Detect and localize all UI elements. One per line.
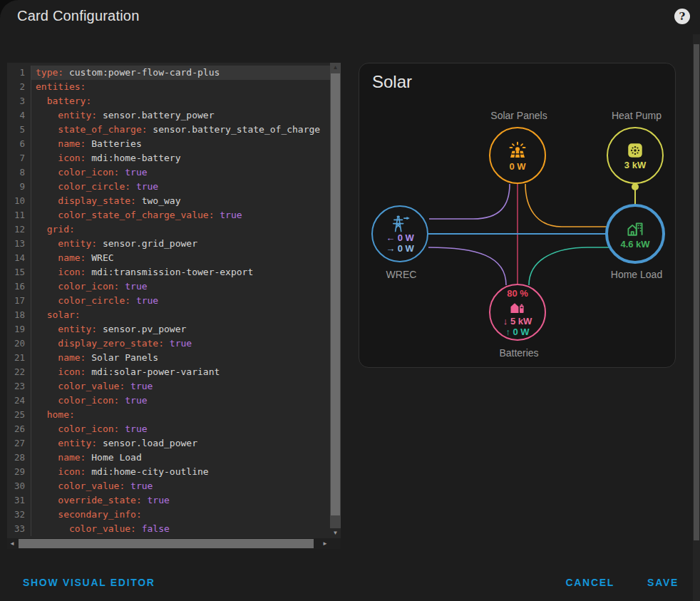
flow-solar-to-home bbox=[525, 184, 607, 227]
heat-pump-node[interactable]: Heat Pump 3 kW bbox=[607, 127, 664, 184]
yaml-editor[interactable]: 1type: custom:power-flow-card-plus2entit… bbox=[7, 63, 341, 549]
scroll-left-icon[interactable]: ◄ bbox=[7, 538, 17, 549]
scroll-down-icon[interactable]: ▼ bbox=[330, 528, 341, 538]
editor-hscroll-thumb[interactable] bbox=[19, 539, 314, 548]
editor-vertical-scrollbar[interactable]: ▲ ▼ bbox=[330, 63, 341, 538]
code-area[interactable]: 1type: custom:power-flow-card-plus2entit… bbox=[7, 63, 330, 538]
code-line[interactable]: 3 battery: bbox=[7, 94, 330, 108]
code-line[interactable]: 33 color_value: false bbox=[7, 522, 330, 536]
power-flow-card: Solar Solar Panels bbox=[359, 63, 676, 368]
code-line[interactable]: 9 color_circle: true bbox=[7, 180, 330, 194]
help-button[interactable]: ? bbox=[674, 9, 690, 24]
heatpump-flow-dot bbox=[632, 183, 639, 190]
code-text: solar: bbox=[31, 308, 330, 322]
line-number: 3 bbox=[7, 94, 31, 108]
dialog-scrollbar[interactable] bbox=[693, 34, 700, 601]
code-line[interactable]: 6 name: Batteries bbox=[7, 137, 330, 151]
code-line[interactable]: 11 color_state_of_charge_value: true bbox=[7, 208, 330, 222]
scroll-right-icon[interactable]: ► bbox=[320, 538, 330, 549]
home-label: Home Load bbox=[580, 269, 694, 280]
code-line[interactable]: 13 entity: sensor.grid_power bbox=[7, 237, 330, 251]
solar-power-icon bbox=[507, 140, 528, 161]
code-text: icon: mdi:home-battery bbox=[31, 151, 330, 165]
code-line[interactable]: 30 color_value: true bbox=[7, 479, 330, 493]
code-text: color_value: false bbox=[31, 522, 330, 536]
code-text: color_icon: true bbox=[31, 394, 330, 408]
line-number: 17 bbox=[7, 294, 31, 308]
heat-pump-icon bbox=[626, 141, 644, 160]
line-number: 13 bbox=[7, 237, 31, 251]
line-number: 24 bbox=[7, 394, 31, 408]
line-number: 30 bbox=[7, 479, 31, 493]
line-number: 9 bbox=[7, 180, 31, 194]
code-line[interactable]: 22 icon: mdi:solar-power-variant bbox=[7, 365, 330, 379]
card-title: Solar bbox=[372, 72, 412, 92]
code-text: entity: sensor.pv_power bbox=[31, 322, 330, 337]
code-text: color_circle: true bbox=[31, 294, 330, 308]
solar-node[interactable]: Solar Panels 0 W bbox=[489, 127, 546, 184]
code-text: color_value: true bbox=[31, 379, 330, 394]
line-number: 10 bbox=[7, 194, 31, 208]
code-line[interactable]: 31 override_state: true bbox=[7, 493, 330, 508]
code-line[interactable]: 10 display_state: two_way bbox=[7, 194, 330, 208]
code-text: home: bbox=[31, 408, 330, 422]
code-line[interactable]: 12 grid: bbox=[7, 222, 330, 237]
code-line[interactable]: 14 name: WREC bbox=[7, 251, 330, 265]
code-text: icon: mdi:home-city-outline bbox=[31, 465, 330, 479]
line-number: 32 bbox=[7, 508, 31, 522]
code-line[interactable]: 4 entity: sensor.battery_power bbox=[7, 108, 330, 123]
code-line[interactable]: 26 color_icon: true bbox=[7, 422, 330, 436]
code-line[interactable]: 15 icon: mdi:transmission-tower-export bbox=[7, 265, 330, 279]
code-line[interactable]: 18 solar: bbox=[7, 308, 330, 322]
code-line[interactable]: 32 secondary_info: bbox=[7, 508, 330, 522]
grid-node[interactable]: ← 0 W → 0 W WREC bbox=[371, 205, 428, 262]
line-number: 11 bbox=[7, 208, 31, 222]
save-button[interactable]: SAVE bbox=[647, 577, 679, 588]
code-line[interactable]: 29 icon: mdi:home-city-outline bbox=[7, 465, 330, 479]
heat-pump-state: 3 kW bbox=[624, 160, 646, 170]
code-line[interactable]: 2entities: bbox=[7, 80, 330, 94]
dialog-header: Card Configuration ? bbox=[0, 0, 700, 40]
editor-vscroll-thumb[interactable] bbox=[331, 73, 340, 515]
code-line[interactable]: 16 color_icon: true bbox=[7, 279, 330, 294]
code-line[interactable]: 20 display_zero_state: true bbox=[7, 337, 330, 351]
code-line[interactable]: 23 color_value: true bbox=[7, 379, 330, 394]
code-line[interactable]: 17 color_circle: true bbox=[7, 294, 330, 308]
code-text: type: custom:power-flow-card-plus bbox=[31, 66, 330, 80]
code-text: color_value: true bbox=[31, 479, 330, 493]
battery-discharge-state: ↑ 0 W bbox=[505, 327, 529, 337]
code-text: name: Home Load bbox=[31, 451, 330, 465]
code-text: entity: sensor.grid_power bbox=[31, 237, 330, 251]
battery-node[interactable]: 80 % ↓ 5 kW ↑ 0 W Batteries bbox=[489, 284, 546, 341]
flow-solar-to-grid bbox=[429, 184, 510, 219]
line-number: 15 bbox=[7, 265, 31, 279]
line-number: 20 bbox=[7, 337, 31, 351]
dialog-scrollbar-thumb[interactable] bbox=[694, 44, 699, 540]
code-line[interactable]: 1type: custom:power-flow-card-plus bbox=[7, 66, 330, 80]
scroll-up-icon[interactable]: ▲ bbox=[330, 63, 341, 73]
code-text: name: Batteries bbox=[31, 137, 330, 151]
code-text: grid: bbox=[31, 222, 330, 237]
line-number: 26 bbox=[7, 422, 31, 436]
home-node[interactable]: 4.6 kW Home Load bbox=[605, 204, 665, 264]
code-line[interactable]: 25 home: bbox=[7, 408, 330, 422]
code-line[interactable]: 7 icon: mdi:home-battery bbox=[7, 151, 330, 165]
battery-state-of-charge: 80 % bbox=[507, 288, 528, 299]
show-visual-editor-button[interactable]: SHOW VISUAL EDITOR bbox=[23, 577, 155, 588]
code-text: color_icon: true bbox=[31, 279, 330, 294]
code-line[interactable]: 19 entity: sensor.pv_power bbox=[7, 322, 330, 337]
code-line[interactable]: 21 name: Solar Panels bbox=[7, 351, 330, 365]
editor-horizontal-scrollbar[interactable]: ◄ ► bbox=[7, 538, 330, 549]
code-line[interactable]: 24 color_icon: true bbox=[7, 394, 330, 408]
code-text: color_state_of_charge_value: true bbox=[31, 208, 330, 222]
line-number: 33 bbox=[7, 522, 31, 536]
solar-label: Solar Panels bbox=[462, 110, 576, 121]
home-battery-icon bbox=[508, 299, 527, 316]
line-number: 29 bbox=[7, 465, 31, 479]
solar-state: 0 W bbox=[509, 161, 525, 172]
code-line[interactable]: 5 state_of_charge: sensor.battery_state_… bbox=[7, 123, 330, 137]
cancel-button[interactable]: CANCEL bbox=[565, 577, 614, 588]
code-line[interactable]: 28 name: Home Load bbox=[7, 451, 330, 465]
code-line[interactable]: 27 entity: sensor.load_power bbox=[7, 436, 330, 451]
code-line[interactable]: 8 color_icon: true bbox=[7, 165, 330, 180]
